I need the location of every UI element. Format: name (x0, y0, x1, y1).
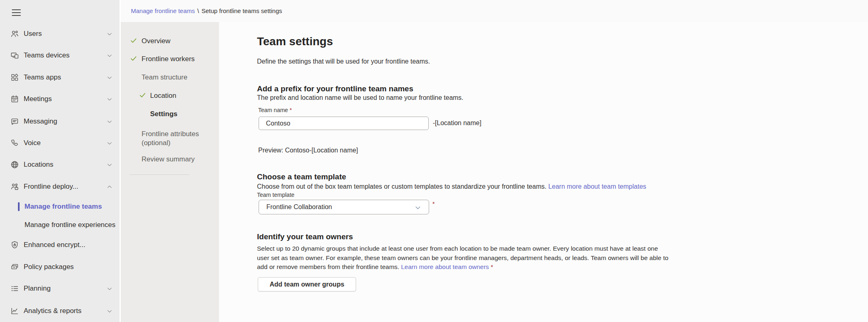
team-name-label: Team name * (258, 107, 292, 113)
sidebar-item-label: Messaging (24, 117, 57, 126)
people-icon (10, 29, 19, 38)
location-name-suffix: -[Location name] (433, 119, 481, 127)
chevron-down-icon (414, 204, 421, 211)
breadcrumb-current: Setup frontline teams settings (202, 7, 282, 14)
step-review-summary: Review summary (121, 152, 219, 165)
add-team-owner-groups-button[interactable]: Add team owner groups (258, 277, 356, 291)
owners-section-heading: Identify your team owners (257, 232, 353, 241)
page-title: Team settings (257, 35, 333, 48)
task-list-icon (10, 284, 19, 293)
chevron-down-icon (106, 75, 113, 81)
people-team-icon (10, 182, 19, 191)
sidebar-item-teams-devices[interactable]: Teams devices (0, 49, 120, 62)
sidebar: Users Teams devices Teams apps Meetings … (0, 0, 120, 322)
step-frontline-attributes: Frontline attributes (optional) (121, 127, 219, 150)
breadcrumb: Manage frontline teams\Setup frontline t… (121, 0, 868, 22)
step-team-structure: Team structure (121, 70, 219, 83)
sidebar-item-label: Teams apps (24, 73, 61, 82)
learn-more-team-templates-link[interactable]: Learn more about team templates (548, 183, 646, 190)
sidebar-item-frontline-deployment[interactable]: Frontline deploy... (0, 180, 120, 193)
check-icon (139, 91, 146, 99)
sidebar-item-label: Teams devices (24, 51, 69, 60)
chat-bubble-icon (10, 117, 19, 126)
page-subtitle: Define the settings that will be used fo… (257, 58, 430, 65)
sidebar-item-manage-frontline-teams[interactable]: Manage frontline teams (0, 200, 120, 213)
step-frontline-workers: Frontline workers (121, 52, 219, 65)
required-asterisk: * (432, 200, 435, 207)
sidebar-item-enhanced-encryption[interactable]: Enhanced encrypt... (0, 238, 120, 251)
teams-admin-center: Users Teams devices Teams apps Meetings … (0, 0, 868, 322)
sidebar-item-label: Locations (24, 161, 53, 169)
chevron-down-icon (106, 119, 113, 125)
template-section-heading: Choose a team template (257, 172, 346, 181)
chevron-down-icon (106, 286, 113, 292)
stepper-divider (130, 174, 189, 175)
sidebar-item-label: Frontline deploy... (24, 183, 78, 191)
main-content: Team settings Define the settings that w… (219, 22, 868, 322)
selected-indicator (18, 202, 20, 211)
required-asterisk: * (491, 263, 493, 270)
step-settings: Settings (121, 107, 219, 120)
apps-grid-icon (10, 73, 19, 82)
sidebar-item-label: Enhanced encrypt... (24, 241, 85, 249)
globe-icon (10, 160, 19, 169)
sidebar-item-label: Manage frontline experiences (24, 221, 115, 229)
template-section-description: Choose from out of the box team template… (257, 183, 646, 190)
chevron-up-icon (106, 184, 113, 190)
sidebar-item-label: Planning (24, 285, 51, 293)
sidebar-item-label: Voice (24, 139, 41, 147)
phone-icon (10, 139, 19, 148)
chevron-down-icon (106, 31, 113, 37)
policy-packages-icon (10, 262, 19, 271)
learn-more-team-owners-link[interactable]: Learn more about team owners (401, 263, 489, 270)
sidebar-item-voice[interactable]: Voice (0, 137, 120, 150)
required-asterisk: * (290, 107, 292, 113)
breadcrumb-link-manage-frontline-teams[interactable]: Manage frontline teams (131, 7, 195, 14)
team-template-dropdown[interactable]: Frontline Collaboration (259, 200, 429, 214)
hamburger-menu-icon[interactable] (12, 9, 21, 16)
check-icon (130, 55, 137, 62)
calendar-icon (10, 95, 19, 104)
sidebar-item-manage-frontline-experiences[interactable]: Manage frontline experiences (0, 218, 120, 232)
team-name-preview: Preview: Contoso-[Location name] (258, 147, 358, 154)
sidebar-item-locations[interactable]: Locations (0, 158, 120, 171)
shield-lock-icon (10, 240, 19, 249)
sidebar-item-teams-apps[interactable]: Teams apps (0, 71, 120, 84)
sidebar-item-label: Policy packages (24, 263, 74, 271)
check-icon (130, 37, 137, 44)
team-name-input[interactable] (259, 117, 429, 130)
team-template-label: Team template (257, 192, 294, 198)
sidebar-item-messaging[interactable]: Messaging (0, 115, 120, 128)
dropdown-selected-value: Frontline Collaboration (266, 203, 332, 211)
devices-icon (10, 51, 19, 60)
step-location: Location (121, 88, 219, 101)
chevron-down-icon (106, 140, 113, 146)
chevron-down-icon (106, 96, 113, 102)
chevron-down-icon (106, 53, 113, 59)
sidebar-item-analytics-reports[interactable]: Analytics & reports (0, 304, 120, 318)
owners-section-description: Select up to 20 dynamic groups that incl… (257, 244, 669, 272)
sidebar-item-label: Manage frontline teams (24, 203, 102, 211)
sidebar-item-policy-packages[interactable]: Policy packages (0, 260, 120, 273)
step-overview: Overview (121, 34, 219, 47)
chevron-down-icon (106, 308, 113, 314)
sidebar-item-meetings[interactable]: Meetings (0, 93, 120, 106)
sidebar-item-users[interactable]: Users (0, 27, 120, 40)
sidebar-item-label: Users (24, 30, 42, 38)
sidebar-item-planning[interactable]: Planning (0, 282, 120, 295)
line-chart-icon (10, 307, 19, 315)
wizard-stepper: Overview Frontline workers Team structur… (121, 22, 219, 322)
breadcrumb-separator: \ (195, 7, 202, 14)
prefix-section-heading: Add a prefix for your frontline team nam… (257, 84, 413, 93)
prefix-section-description: The prefix and location name will be use… (257, 94, 463, 101)
chevron-down-icon (106, 162, 113, 168)
sidebar-item-label: Analytics & reports (24, 307, 82, 315)
sidebar-item-label: Meetings (24, 95, 52, 103)
